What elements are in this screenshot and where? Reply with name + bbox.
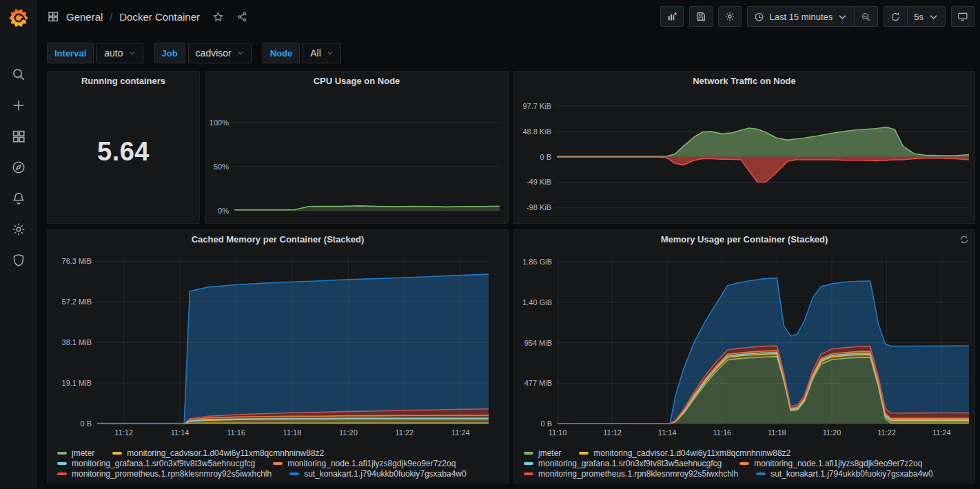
x-axis-tick: 11:12 (592, 428, 633, 437)
y-axis-tick: 76.3 MiB (48, 257, 92, 265)
legend-row: monitoring_prometheus.1.rpn8klesnmroy92s… (57, 469, 467, 479)
network-traffic-chart[interactable]: -98 KiB-49 KiB0 B48.8 KiB97.7 KiB (514, 91, 974, 223)
alerting-bell-icon[interactable] (11, 191, 26, 206)
variable-job-label: Job (154, 43, 185, 63)
legend-series-label: sut_konakart.1.j794ukkb0fuokiy7gsxaba4w0 (304, 469, 467, 479)
time-range-picker[interactable]: Last 15 minutes (748, 7, 854, 26)
dashboard-header: General / Docker Container Last 15 minut… (37, 0, 980, 33)
grafana-logo[interactable] (8, 8, 29, 28)
panel-network-traffic: Network Traffic on Node -98 KiB-49 KiB0 … (513, 71, 975, 224)
panel-title-memory-usage[interactable]: Memory Usage per Container (Stacked) (514, 230, 974, 249)
legend-series-label: jmeter (72, 448, 94, 458)
x-axis-tick: 11:18 (272, 428, 313, 437)
legend-item[interactable]: sut_konakart.1.j794ukkb0fuokiy7gsxaba4w0 (289, 469, 467, 479)
breadcrumb-section[interactable]: General (66, 11, 103, 23)
legend-item[interactable]: monitoring_prometheus.1.rpn8klesnmroy92s… (524, 469, 738, 479)
x-axis-tick: 11:16 (216, 428, 257, 437)
legend-series-label: jmeter (538, 448, 561, 458)
variable-node: Node All (263, 43, 341, 63)
y-axis-tick: 38.1 MiB (48, 338, 92, 346)
search-icon[interactable] (11, 67, 26, 82)
panel-title-network-traffic[interactable]: Network Traffic on Node (514, 72, 974, 91)
chevron-down-icon (837, 12, 848, 22)
legend-item[interactable]: sut_konakart.1.j794ukkb0fuokiy7gsxaba4w0 (756, 469, 933, 479)
y-axis-tick: 0% (205, 207, 229, 215)
sidebar-menu (0, 67, 37, 268)
y-axis-tick: 0 B (48, 419, 92, 428)
legend-series-color (57, 472, 67, 475)
legend-item[interactable]: monitoring_prometheus.1.rpn8klesnmroy92s… (57, 469, 272, 479)
panel-title-running-containers[interactable]: Running containers (48, 72, 199, 91)
variable-job: Job cadvisor (154, 43, 252, 63)
legend-item[interactable]: monitoring_cadvisor.1.d04wi6y11xm8qcmnhn… (112, 448, 324, 458)
legend-series-label: monitoring_cadvisor.1.d04wi6y11xm8qcmnhn… (127, 448, 324, 458)
refresh-interval-picker[interactable]: 5s (907, 7, 945, 26)
panel-refresh-spinner-icon[interactable] (959, 235, 969, 244)
star-icon[interactable] (212, 11, 224, 23)
panel-title-cpu-usage[interactable]: CPU Usage on Node (205, 72, 508, 91)
legend-item[interactable]: monitoring_cadvisor.1.d04wi6y11xm8qcmnhn… (579, 448, 790, 458)
memory-usage-legend: jmetermonitoring_cadvisor.1.d04wi6y11xm8… (524, 448, 933, 479)
breadcrumb-page-title[interactable]: Docker Container (119, 11, 200, 23)
legend-series-label: monitoring_grafana.1.sr0n3xf9tv8t3w5aehn… (72, 459, 255, 468)
legend-item[interactable]: monitoring_node.1.afi1jlyzs8gdjk9eo9er7z… (739, 459, 922, 468)
breadcrumb-separator: / (110, 11, 112, 22)
cpu-usage-chart[interactable]: 0%50%100% (205, 91, 508, 223)
x-axis-tick: 11:20 (327, 428, 369, 437)
cycle-view-mode-button[interactable] (951, 6, 974, 27)
y-axis-tick: 19.1 MiB (48, 379, 92, 387)
x-axis-tick: 11:22 (866, 428, 908, 437)
y-axis-tick: 100% (205, 118, 229, 127)
variable-job-value[interactable]: cadvisor (188, 43, 252, 63)
legend-series-label: monitoring_cadvisor.1.d04wi6y11xm8qcmnhn… (593, 448, 790, 458)
dashboard-settings-button[interactable] (718, 6, 742, 27)
legend-item[interactable]: jmeter (57, 448, 94, 458)
refresh-button[interactable] (884, 7, 907, 26)
legend-item[interactable]: jmeter (524, 448, 561, 458)
panel-cached-memory: Cached Memory per Container (Stacked) 0 … (47, 229, 509, 483)
y-axis-tick: 1.40 GiB (514, 298, 552, 306)
panel-memory-usage: Memory Usage per Container (Stacked) 0 B… (513, 229, 975, 483)
legend-item[interactable]: monitoring_node.1.afi1jlyzs8gdjk9eo9er7z… (273, 459, 456, 468)
sidebar (0, 0, 37, 489)
variable-job-selected: cadvisor (196, 48, 232, 59)
legend-series-color (289, 472, 299, 475)
clock-icon (754, 12, 764, 22)
zoom-out-icon (861, 12, 871, 22)
create-plus-icon[interactable] (11, 98, 26, 113)
legend-item[interactable]: monitoring_grafana.1.sr0n3xf9tv8t3w5aehn… (524, 459, 722, 468)
legend-item[interactable]: monitoring_grafana.1.sr0n3xf9tv8t3w5aehn… (57, 459, 255, 468)
dashboards-icon[interactable] (11, 129, 26, 144)
legend-series-label: sut_konakart.1.j794ukkb0fuokiy7gsxaba4w0 (770, 469, 933, 479)
variable-interval-label: Interval (47, 43, 94, 63)
legend-series-label: monitoring_prometheus.1.rpn8klesnmroy92s… (538, 469, 738, 479)
explore-compass-icon[interactable] (11, 160, 26, 175)
x-axis-tick: 11:22 (384, 428, 425, 437)
zoom-out-button[interactable] (854, 7, 877, 26)
chevron-down-icon (237, 50, 244, 56)
panel-title-cached-memory[interactable]: Cached Memory per Container (Stacked) (48, 230, 508, 249)
configuration-gear-icon[interactable] (11, 222, 26, 237)
chevron-down-icon (928, 12, 939, 22)
save-dashboard-button[interactable] (689, 6, 713, 27)
legend-series-color (739, 462, 749, 465)
legend-series-color (524, 472, 533, 475)
server-admin-shield-icon[interactable] (11, 253, 26, 268)
toolbar: Last 15 minutes 5s (660, 6, 974, 27)
variable-interval-value[interactable]: auto (96, 43, 143, 63)
variable-interval: Interval auto (47, 43, 143, 63)
share-icon[interactable] (236, 11, 248, 23)
variable-node-value[interactable]: All (303, 43, 341, 63)
add-panel-button[interactable] (660, 6, 684, 27)
y-axis-tick: 1.86 GiB (514, 258, 552, 266)
legend-series-label: monitoring_prometheus.1.rpn8klesnmroy92s… (72, 469, 272, 479)
legend-series-label: monitoring_node.1.afi1jlyzs8gdjk9eo9er7z… (287, 459, 456, 468)
x-axis-tick: 11:12 (103, 428, 145, 437)
y-axis-tick: 477 MiB (514, 379, 552, 387)
x-axis-tick: 11:16 (702, 428, 743, 437)
legend-row: jmetermonitoring_cadvisor.1.d04wi6y11xm8… (524, 448, 933, 458)
y-axis-tick: 57.2 MiB (48, 298, 92, 306)
variable-interval-selected: auto (104, 48, 123, 59)
x-axis-tick: 11:18 (756, 428, 797, 437)
y-axis-tick: -49 KiB (514, 178, 551, 186)
